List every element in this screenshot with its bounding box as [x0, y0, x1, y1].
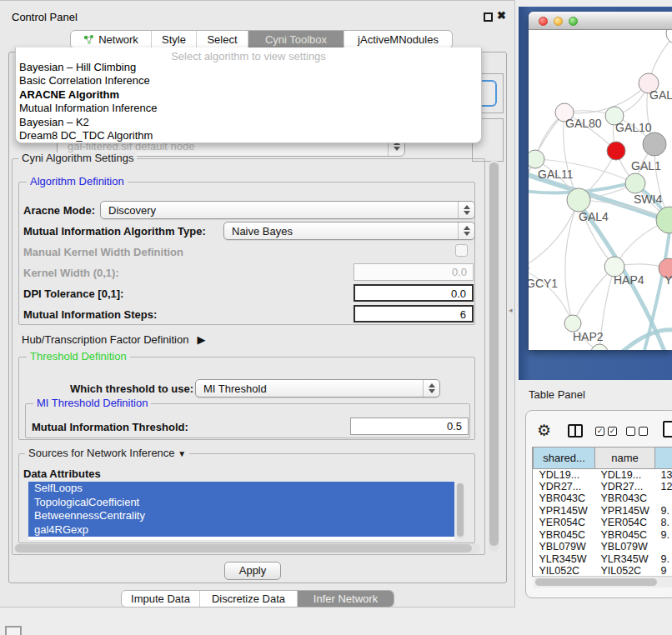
- attribute-item[interactable]: BetweennessCentrality: [28, 509, 454, 523]
- select-all-checkbox-icon[interactable]: ✓: [595, 427, 604, 436]
- table-horizontal-scrollbar[interactable]: [534, 576, 672, 588]
- network-edge[interactable]: [564, 83, 649, 113]
- table-row[interactable]: YLR345WYLR345W9.: [534, 553, 672, 566]
- threshold-definition-title: Threshold Definition: [27, 351, 130, 362]
- close-icon[interactable]: ✖: [497, 9, 506, 22]
- mi-threshold-field[interactable]: 0.5: [350, 418, 469, 435]
- combo-stepper-icon: [458, 202, 474, 218]
- kernel-width-field[interactable]: 0.0: [354, 263, 474, 281]
- network-node-label: GAL1: [631, 159, 661, 172]
- tab-cyni-toolbox[interactable]: Cyni Toolbox: [248, 31, 344, 48]
- table-cell: YDR27...: [534, 481, 595, 493]
- tab-select[interactable]: Select: [196, 31, 248, 48]
- network-node-label: GAL10: [615, 121, 652, 134]
- gear-icon[interactable]: ⚙: [537, 421, 551, 440]
- algorithm-option[interactable]: ARACNE Algorithm: [16, 88, 481, 102]
- algorithm-option[interactable]: Dream8 DC_TDC Algorithm: [16, 129, 481, 142]
- sources-title-text: Sources for Network Inference: [28, 447, 175, 459]
- zoom-traffic-light-icon[interactable]: [569, 17, 578, 26]
- table-row[interactable]: YBR043CYBR043C: [534, 492, 672, 505]
- table-cell: YDR27...: [595, 481, 655, 493]
- combo-stepper-icon: [458, 222, 474, 239]
- mi-type-combo[interactable]: Naive Bayes: [223, 222, 475, 240]
- manual-kernel-checkbox[interactable]: [455, 244, 468, 257]
- tab-infer-network[interactable]: Infer Network: [297, 591, 394, 607]
- split-columns-icon[interactable]: [568, 424, 583, 438]
- deselect-all-checkbox-icon-2[interactable]: [639, 427, 648, 436]
- control-panel-title: Control Panel: [12, 11, 78, 23]
- network-window-titlebar[interactable]: [529, 12, 672, 30]
- table-row[interactable]: YDL19...YDL19...13: [534, 468, 672, 481]
- control-panel-tab-bar: NetworkStyleSelectCyni ToolboxjActiveMNo…: [70, 30, 453, 49]
- network-node-label: HAP2: [573, 330, 604, 343]
- table-cell: [655, 492, 672, 505]
- network-node[interactable]: [607, 142, 625, 160]
- network-node[interactable]: [643, 132, 666, 156]
- algorithm-option[interactable]: Bayesian – K2: [16, 116, 481, 129]
- select-all-checkbox-icon-2[interactable]: ✓: [608, 427, 617, 436]
- algorithm-popup: Select algorithm to view settings Bayesi…: [15, 48, 482, 143]
- table-cell: 9.: [655, 553, 672, 566]
- column-header[interactable]: name: [595, 448, 655, 468]
- algorithm-option[interactable]: Basic Correlation Inference: [16, 74, 481, 88]
- network-node[interactable]: [529, 150, 544, 168]
- which-threshold-combo[interactable]: MI Threshold: [195, 379, 440, 398]
- algorithm-definition-title: Algorithm Definition: [27, 176, 128, 188]
- table-row[interactable]: YBL079WYBL079W: [534, 541, 672, 553]
- close-traffic-light-icon[interactable]: [539, 17, 548, 26]
- table-cell: YDL19...: [595, 468, 655, 481]
- algorithm-option[interactable]: Bayesian – Hill Climbing: [16, 61, 481, 74]
- network-node[interactable]: [567, 188, 590, 212]
- network-node[interactable]: [564, 315, 581, 332]
- tab-network[interactable]: Network: [71, 31, 151, 48]
- network-edge[interactable]: [529, 200, 579, 268]
- deselect-all-checkbox-icon[interactable]: [626, 427, 635, 436]
- apply-button[interactable]: Apply: [224, 562, 281, 580]
- attribute-item[interactable]: TopologicalCoefficient: [28, 496, 454, 510]
- attribute-item[interactable]: gal4RGexp: [28, 523, 454, 538]
- table-cell: 13: [655, 468, 672, 481]
- table-cell: YIL052C: [595, 565, 655, 577]
- hub-definition-expander[interactable]: Hub/Transcription Factor Definition▶: [22, 333, 205, 346]
- algorithm-option[interactable]: Mutual Information Inference: [16, 102, 481, 115]
- data-attributes-list[interactable]: SelfLoopsTopologicalCoefficientBetweenne…: [28, 482, 454, 540]
- table-row[interactable]: YBR045CYBR045C9.: [534, 529, 672, 542]
- splitter-handle[interactable]: ◂: [509, 307, 513, 314]
- mi-steps-label: Mutual Information Steps:: [23, 308, 157, 321]
- network-node[interactable]: [625, 173, 645, 193]
- network-canvas[interactable]: GALGAL80GAL10GAL1GAL11SWI4GAL4HAP4YGCY1H…: [529, 30, 672, 350]
- table-row[interactable]: YDR27...YDR27...12: [534, 481, 672, 493]
- table-row[interactable]: YIL052CYIL052C9: [534, 565, 672, 577]
- page-icon[interactable]: [663, 421, 672, 438]
- attribute-item[interactable]: SelfLoops: [28, 482, 454, 496]
- settings-vertical-scrollbar[interactable]: [489, 160, 499, 552]
- column-header[interactable]: A: [655, 448, 672, 468]
- settings-horizontal-scrollbar[interactable]: [13, 543, 480, 553]
- column-header[interactable]: shared...: [534, 448, 595, 468]
- attributes-scrollbar[interactable]: [456, 482, 464, 539]
- minimize-traffic-light-icon[interactable]: [554, 17, 563, 26]
- tab-jactivemnodules[interactable]: jActiveMNodules: [344, 31, 452, 48]
- collapse-arrow-icon: ▼: [178, 449, 186, 458]
- sources-group-title[interactable]: Sources for Network Inference ▼: [25, 448, 189, 460]
- cyni-bottom-tab-bar: Impute DataDiscretize DataInfer Network: [121, 590, 394, 608]
- table-row[interactable]: YPR145WYPR145W9.: [534, 505, 672, 518]
- network-node[interactable]: [591, 344, 608, 350]
- settings-group-title: Cyni Algorithm Settings: [18, 152, 137, 164]
- aracne-mode-combo[interactable]: Discovery: [100, 201, 475, 219]
- tab-style[interactable]: Style: [151, 31, 196, 48]
- screen: Control Panel ✖ NetworkStyleSelectCyni T…: [0, 0, 672, 635]
- tab-impute-data[interactable]: Impute Data: [122, 591, 199, 607]
- dpi-tolerance-field[interactable]: 0.0: [354, 284, 474, 302]
- mi-steps-field[interactable]: 6: [354, 305, 474, 322]
- bottom-left-grip[interactable]: [5, 626, 22, 635]
- aracne-mode-label: Aracne Mode:: [23, 204, 95, 217]
- tab-discretize-data[interactable]: Discretize Data: [199, 591, 297, 607]
- data-attributes-label: Data Attributes: [23, 468, 101, 480]
- network-edge[interactable]: [565, 200, 579, 323]
- float-window-icon[interactable]: [484, 12, 493, 22]
- table-panel-title: Table Panel: [529, 388, 585, 401]
- table-row[interactable]: YER054CYER054C8.: [534, 517, 672, 529]
- network-edge[interactable]: [573, 267, 614, 323]
- network-node-label: GAL4: [579, 210, 609, 223]
